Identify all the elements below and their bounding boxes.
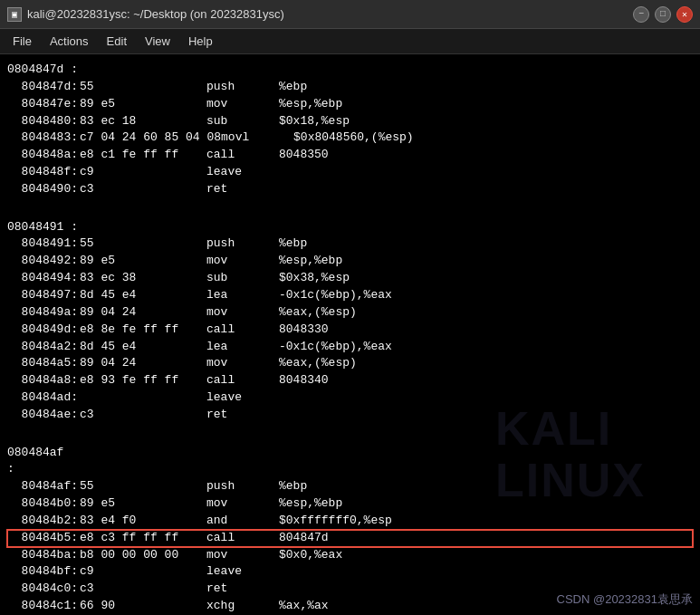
- table-row: 8048497:8d 45 e4lea-0x1c(%ebp),%eax: [7, 287, 693, 304]
- address: 804848a:: [7, 147, 80, 164]
- address: 8048491:: [7, 235, 80, 253]
- title-bar: ▣ kali@20232831ysc: ~/Desktop (on 202328…: [0, 0, 700, 29]
- operands: %ebp: [279, 235, 307, 253]
- hex-bytes: c3: [80, 407, 206, 424]
- menu-item-file[interactable]: File: [5, 33, 39, 50]
- address: 80484a8:: [7, 372, 80, 389]
- watermark: CSDN @20232831袁思承: [557, 591, 693, 608]
- menu-item-view[interactable]: View: [138, 33, 177, 50]
- mnemonic: mov: [206, 253, 279, 270]
- address: 80484af:: [7, 478, 80, 495]
- table-row: 80484ad:leave: [7, 389, 693, 407]
- mnemonic: leave: [206, 563, 279, 581]
- mnemonic: mov: [206, 355, 279, 372]
- section-header: 0804847d :: [7, 62, 78, 79]
- address: 8048480:: [7, 113, 80, 130]
- table-row: [7, 198, 693, 216]
- address: 80484c0:: [7, 581, 80, 598]
- address: 804847e:: [7, 96, 80, 113]
- hex-bytes: 55: [80, 235, 206, 253]
- menu-bar: FileActionsEditViewHelp: [0, 29, 700, 54]
- mnemonic: call: [206, 147, 279, 164]
- mnemonic: push: [206, 79, 279, 96]
- hex-bytes: c3: [80, 581, 206, 598]
- hex-bytes: c3: [80, 181, 206, 198]
- table-row: 804847e:89 e5mov%esp,%ebp: [7, 96, 693, 113]
- address: 80484bf:: [7, 563, 80, 581]
- mnemonic: push: [206, 478, 279, 495]
- mnemonic: leave: [206, 389, 279, 407]
- table-row: 8048483:c7 04 24 60 85 04 08movl$0x80485…: [7, 130, 693, 147]
- mnemonic: lea: [206, 287, 279, 304]
- table-row: 80484bf:c9leave: [7, 563, 693, 581]
- hex-bytes: 89 e5: [80, 96, 206, 113]
- operands: %ebp: [279, 79, 307, 96]
- operands: 8048330: [279, 322, 335, 339]
- operands: %esp,%ebp: [279, 96, 342, 113]
- address: 804847d:: [7, 79, 80, 96]
- address: 8048497:: [7, 287, 80, 304]
- table-row: 804849d:e8 8e fe ff ffcall8048330: [7, 322, 693, 339]
- window-controls: − □ ✕: [633, 6, 693, 23]
- hex-bytes: 89 e5: [80, 495, 206, 513]
- operands: -0x1c(%ebp),%eax: [279, 287, 392, 304]
- address: 80484ba:: [7, 547, 80, 564]
- hex-bytes: 55: [80, 478, 206, 495]
- address: 804849d:: [7, 322, 80, 339]
- table-row: 8048492:89 e5mov%esp,%ebp: [7, 253, 693, 270]
- mnemonic: xchg: [206, 598, 279, 615]
- operands: 8048350: [279, 147, 335, 164]
- hex-bytes: c7 04 24 60 85 04 08: [80, 130, 221, 147]
- table-row: 80484af:55push%ebp: [7, 478, 693, 495]
- address: 8048492:: [7, 253, 80, 270]
- table-row: 80484ae:c3ret: [7, 407, 693, 424]
- hex-bytes: 89 04 24: [80, 355, 206, 372]
- hex-bytes: e8 8e fe ff ff: [80, 322, 206, 339]
- table-row: 80484b0:89 e5mov%esp,%ebp: [7, 495, 693, 513]
- minimize-button[interactable]: −: [633, 6, 649, 23]
- menu-item-help[interactable]: Help: [181, 33, 220, 50]
- mnemonic: mov: [206, 495, 279, 513]
- mnemonic: call: [206, 530, 279, 547]
- hex-bytes: c9: [80, 563, 206, 581]
- maximize-button[interactable]: □: [655, 6, 671, 23]
- mnemonic: sub: [206, 113, 279, 130]
- hex-bytes: 8d 45 e4: [80, 287, 206, 304]
- table-row: 80484a5:89 04 24mov%eax,(%esp): [7, 355, 693, 372]
- hex-bytes: b8 00 00 00 00: [80, 547, 206, 564]
- table-row: 8048494:83 ec 38sub$0x38,%esp: [7, 270, 693, 287]
- address: 80484b0:: [7, 495, 80, 513]
- table-row: 0804847d :: [7, 58, 693, 79]
- operands: $0x38,%esp: [279, 270, 350, 287]
- close-button[interactable]: ✕: [676, 6, 693, 23]
- mnemonic: ret: [206, 581, 279, 598]
- address: 8048490:: [7, 181, 80, 198]
- table-row: 80484a2:8d 45 e4lea-0x1c(%ebp),%eax: [7, 339, 693, 356]
- address: 80484a2:: [7, 339, 80, 356]
- operands: $0x8048560,(%esp): [293, 130, 414, 147]
- address: 80484ae:: [7, 407, 80, 424]
- hex-bytes: 83 e4 f0: [80, 513, 206, 530]
- operands: 804847d: [279, 530, 335, 547]
- mnemonic: mov: [206, 304, 279, 322]
- operands: %eax,(%esp): [279, 304, 357, 322]
- address: 804848f:: [7, 164, 80, 181]
- mnemonic: ret: [206, 407, 279, 424]
- operands: %ax,%ax: [279, 598, 329, 615]
- hex-bytes: [80, 389, 206, 407]
- mnemonic: mov: [206, 96, 279, 113]
- hex-bytes: 83 ec 38: [80, 270, 206, 287]
- table-row: 080484af :: [7, 441, 693, 479]
- hex-bytes: e8 93 fe ff ff: [80, 372, 206, 389]
- mnemonic: leave: [206, 164, 279, 181]
- table-row: 804848f:c9leave: [7, 164, 693, 181]
- mnemonic: mov: [206, 547, 279, 564]
- terminal-content: KALI LINUX 0804847d : 804847d:55push%ebp…: [0, 54, 700, 615]
- operands: $0x0,%eax: [279, 547, 342, 564]
- menu-item-actions[interactable]: Actions: [43, 33, 96, 50]
- mnemonic: and: [206, 513, 279, 530]
- hex-bytes: 55: [80, 79, 206, 96]
- hex-bytes: e8 c3 ff ff ff: [80, 530, 206, 547]
- address: 804849a:: [7, 304, 80, 322]
- menu-item-edit[interactable]: Edit: [100, 33, 134, 50]
